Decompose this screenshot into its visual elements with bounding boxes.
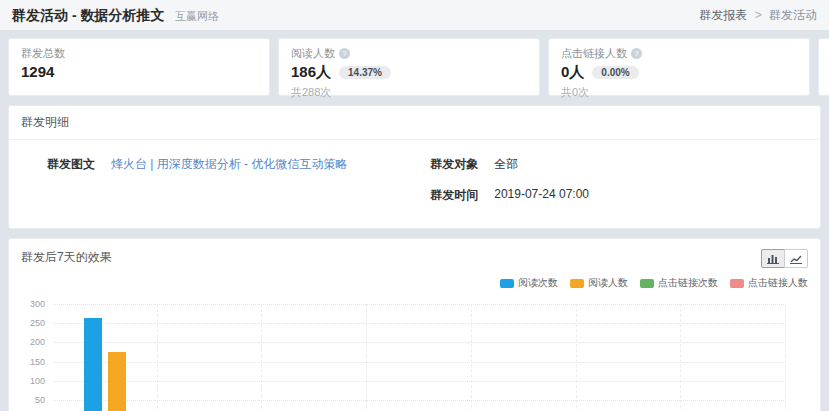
stat-label: 点击链接人数 [561,46,627,61]
legend-swatch [640,279,654,288]
content-label: 群发图文 [47,156,95,204]
stat-value: 1294 [21,63,54,80]
y-tick-label: 200 [30,337,45,347]
chart-panel: 群发后7天的效果 阅读次数阅读人数点击链接次数点击链接人数 3002502001… [8,238,821,411]
bar-chart-icon [767,254,779,264]
stat-value: 0人 [561,63,584,82]
legend-item-点击链接人数[interactable]: 点击链接人数 [730,276,808,290]
bar-group-2019-07-28 [472,304,577,411]
stat-cards-row: 群发总数 1294 阅读人数 ? 186人 14.37% 共288次 点击链接人… [8,38,829,96]
breadcrumb: 群发报表 > 群发活动 [699,7,817,24]
bar-阅读人数-2019-07-24[interactable] [108,352,126,411]
stat-card-total-sent: 群发总数 1294 [8,38,270,96]
bar-group-2019-07-30 [681,304,786,411]
chart-title: 群发后7天的效果 [21,249,112,266]
chart-area: 300250200150100500 2019-07-242019-07-252… [21,304,808,411]
breadcrumb-current: 群发活动 [769,8,817,22]
y-tick-label: 100 [30,376,45,386]
stat-badge: 14.37% [339,66,391,79]
breadcrumb-parent[interactable]: 群发报表 [699,8,747,22]
breadcrumb-separator: > [755,8,762,22]
page-subtitle: 互赢网络 [175,10,219,22]
chart-type-toolbar [761,249,808,268]
legend-label: 点击链接人数 [748,276,808,290]
stat-label: 阅读人数 [291,46,335,61]
page-header: 群发活动 - 数据分析推文 互赢网络 群发报表 > 群发活动 [0,0,829,30]
time-label: 群发时间 [430,187,478,204]
y-tick-label: 50 [35,395,45,405]
bar-group-2019-07-29 [577,304,682,411]
target-value: 全部 [494,156,518,173]
stat-total: 共0次 [561,85,797,100]
legend-swatch [570,279,584,288]
page-title-group: 群发活动 - 数据分析推文 互赢网络 [12,6,219,25]
legend-item-阅读人数[interactable]: 阅读人数 [570,276,628,290]
stat-card-link-clickers: 点击链接人数 ? 0人 0.00% 共0次 [548,38,810,96]
legend-label: 点击链接次数 [658,276,718,290]
legend-label: 阅读次数 [518,276,558,290]
bar-group-2019-07-26 [262,304,367,411]
stat-total: 共288次 [291,85,527,100]
help-icon[interactable]: ? [631,48,642,59]
y-tick-label: 300 [30,299,45,309]
detail-panel: 群发明细 群发图文 烽火台 | 用深度数据分析 - 优化微信互动策略 群发对象 … [8,105,821,229]
bar-chart-button[interactable] [761,249,785,268]
plot-area [53,304,786,411]
time-value: 2019-07-24 07:00 [494,187,589,204]
line-chart-icon [790,254,802,264]
stat-badge: 0.00% [592,66,638,79]
detail-panel-title: 群发明细 [9,106,820,140]
help-icon[interactable]: ? [339,48,350,59]
page-title: 群发活动 - 数据分析推文 [12,7,164,23]
y-tick-label: 250 [30,318,45,328]
bar-group-2019-07-25 [158,304,263,411]
stat-card-truncated [818,38,829,96]
y-axis: 300250200150100500 [21,304,47,411]
article-link[interactable]: 烽火台 | 用深度数据分析 - 优化微信互动策略 [111,156,347,204]
legend-item-阅读次数[interactable]: 阅读次数 [500,276,558,290]
bar-group-2019-07-27 [367,304,472,411]
stat-label: 群发总数 [21,46,257,61]
stat-value: 186人 [291,63,331,82]
legend-item-点击链接次数[interactable]: 点击链接次数 [640,276,718,290]
y-tick-label: 150 [30,357,45,367]
line-chart-button[interactable] [784,249,808,268]
legend-label: 阅读人数 [588,276,628,290]
legend-swatch [500,279,514,288]
stat-card-readers: 阅读人数 ? 186人 14.37% 共288次 [278,38,540,96]
bar-阅读次数-2019-07-24[interactable] [84,318,102,411]
target-label: 群发对象 [430,156,478,173]
chart-legend: 阅读次数阅读人数点击链接次数点击链接人数 [21,276,808,290]
bar-group-2019-07-24 [53,304,158,411]
legend-swatch [730,279,744,288]
